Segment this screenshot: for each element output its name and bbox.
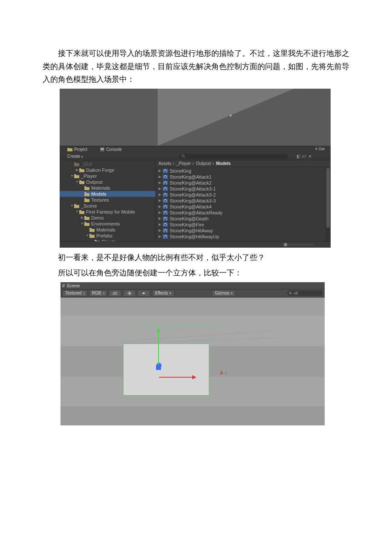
gizmo-x-axis[interactable] — [159, 377, 193, 378]
breadcrumb[interactable]: Assets▸_Player▸Outpost▸Models — [156, 160, 331, 167]
scene-search-input[interactable]: All — [287, 290, 323, 296]
asset-item[interactable]: ▶StoneKing@Death — [156, 216, 331, 222]
breadcrumb-segment[interactable]: Outpost — [196, 161, 211, 166]
svg-point-14 — [165, 193, 166, 194]
asset-item[interactable]: ▶StoneKing@Attack3-2 — [156, 192, 331, 198]
breadcrumb-segment[interactable]: _Player — [176, 161, 191, 166]
expand-chevron-icon[interactable]: ▶ — [159, 199, 163, 202]
model-icon — [163, 217, 168, 221]
asset-item[interactable]: ▶StoneKing@HitAwayUp — [156, 234, 331, 240]
gizmo-origin[interactable] — [156, 363, 161, 368]
color-mode-dropdown[interactable]: RGB‡ — [89, 290, 107, 297]
svg-point-6 — [165, 169, 166, 170]
scene-viewport[interactable]: ♟ — [61, 298, 325, 425]
svg-point-38 — [289, 292, 291, 294]
svg-line-36 — [128, 294, 129, 295]
expand-chevron-icon[interactable]: ▼ — [70, 204, 74, 208]
tree-item[interactable]: ▼First Fantasy for Mobile — [60, 209, 156, 215]
expand-chevron-icon[interactable]: ▼ — [75, 180, 79, 184]
draw-mode-dropdown[interactable]: Textured‡ — [62, 290, 87, 297]
expand-chevron-icon[interactable]: ▶ — [159, 228, 163, 232]
expand-chevron-icon[interactable]: ▶ — [159, 181, 163, 185]
create-dropdown[interactable]: Create ▾ — [60, 154, 83, 159]
svg-point-26 — [165, 229, 166, 230]
gizmos-dropdown[interactable]: Gizmos▾ — [212, 290, 236, 297]
gizmo-y-axis[interactable] — [158, 332, 159, 365]
tree-item-label: _Scene — [81, 203, 97, 208]
svg-line-35 — [130, 294, 131, 295]
asset-item[interactable]: ▶StoneKing@AttackReady — [156, 210, 331, 216]
tab-project[interactable]: Project — [67, 147, 87, 152]
tree-item[interactable]: ▶Daikon Forge — [60, 167, 156, 173]
asset-item[interactable]: ▶StoneKing@Attack2 — [156, 180, 331, 186]
cube-object[interactable] — [123, 344, 209, 396]
scene-tab[interactable]: #Scene — [61, 282, 325, 289]
project-search-input[interactable] — [179, 154, 288, 159]
expand-chevron-icon[interactable]: ▼ — [80, 222, 84, 225]
tree-item[interactable]: ▼Environments — [60, 221, 156, 227]
model-icon — [163, 234, 168, 239]
tree-item-label: Demo — [91, 215, 104, 220]
scrollbar[interactable] — [326, 167, 331, 241]
expand-chevron-icon[interactable]: ▼ — [70, 174, 74, 178]
asset-item[interactable]: ▶StoneKing@Attack3-3 — [156, 198, 331, 204]
tree-item[interactable]: Materials — [60, 185, 156, 191]
expand-chevron-icon[interactable]: ▶ — [159, 193, 163, 197]
model-icon — [163, 205, 168, 209]
tree-item[interactable]: ▼_Player — [60, 173, 156, 179]
expand-chevron-icon[interactable]: ▶ — [159, 187, 163, 191]
folder-icon — [79, 180, 84, 184]
tree-item[interactable]: ▼_Scene — [60, 203, 156, 209]
breadcrumb-segment[interactable]: Assets — [159, 161, 171, 166]
asset-list[interactable]: ▶StoneKing▶StoneKing@Attack1▶StoneKing@A… — [156, 167, 331, 241]
expand-chevron-icon[interactable]: ▶ — [75, 168, 79, 172]
asset-item[interactable]: ▶StoneKing@Fire — [156, 222, 331, 228]
tree-item-label: _Player — [81, 173, 97, 179]
model-icon — [163, 181, 168, 185]
paragraph-1: 接下来就可以使用导入的场景资源包进行地形的描绘了。不过，这里我先不进行地形之类的… — [43, 47, 349, 86]
expand-chevron-icon[interactable]: ▶ — [159, 205, 163, 208]
tree-item[interactable]: ▼Prefabs — [60, 233, 156, 239]
asset-label: StoneKing@HitAwayUp — [170, 234, 219, 239]
asset-item[interactable]: ▶StoneKing@Attack1 — [156, 174, 331, 180]
tree-item[interactable]: ▼Outpost — [60, 179, 156, 185]
expand-chevron-icon[interactable]: ▼ — [75, 210, 79, 214]
model-icon — [163, 228, 168, 233]
expand-chevron-icon[interactable]: ▶ — [159, 234, 163, 238]
favorite-icon[interactable]: ★ — [308, 154, 312, 159]
character-model-icon[interactable]: ♟ — [219, 369, 224, 376]
effects-dropdown[interactable]: Effects▾ — [152, 290, 174, 297]
svg-line-34 — [128, 292, 129, 292]
svg-point-16 — [165, 199, 166, 200]
chevron-right-icon: ▸ — [173, 162, 175, 165]
expand-chevron-icon[interactable]: ▶ — [80, 216, 84, 220]
asset-item[interactable]: ▶StoneKing@Attack3-1 — [156, 186, 331, 192]
expand-chevron-icon[interactable]: ▶ — [159, 169, 163, 173]
tree-item[interactable]: ▶Demo — [60, 215, 156, 221]
breadcrumb-segment[interactable]: Models — [216, 161, 231, 166]
icon-size-slider[interactable] — [284, 244, 314, 245]
tree-item[interactable]: Models — [60, 191, 156, 197]
folder-tree[interactable]: _GUI▶Daikon Forge▼_Player▼OutpostMateria… — [60, 160, 156, 241]
svg-line-37 — [130, 292, 131, 292]
audio-toggle[interactable] — [138, 290, 150, 297]
2d-toggle[interactable]: 2D — [109, 290, 121, 297]
expand-chevron-icon[interactable]: ▼ — [85, 234, 89, 237]
expand-chevron-icon[interactable]: ▶ — [159, 223, 163, 226]
lighting-toggle[interactable] — [123, 290, 136, 297]
expand-chevron-icon[interactable]: ▶ — [159, 217, 163, 220]
tree-item[interactable]: _GUI — [60, 161, 156, 167]
tree-item[interactable]: Materials — [60, 227, 156, 233]
filter-icon[interactable]: ◧ — [297, 154, 300, 159]
tab-console[interactable]: Console — [100, 147, 122, 152]
asset-item[interactable]: ▶StoneKing@Attack4 — [156, 204, 331, 210]
asset-item[interactable]: ▶StoneKing@HitAway — [156, 228, 331, 234]
expand-chevron-icon[interactable]: ▶ — [159, 211, 163, 214]
svg-point-10 — [165, 181, 166, 182]
label-icon[interactable]: 🏷 — [302, 154, 306, 159]
asset-label: StoneKing — [170, 168, 191, 173]
tree-item-label: Models — [91, 191, 106, 197]
asset-item[interactable]: ▶StoneKing — [156, 168, 331, 174]
expand-chevron-icon[interactable]: ▶ — [159, 175, 163, 179]
tree-item[interactable]: Textures — [60, 197, 156, 203]
